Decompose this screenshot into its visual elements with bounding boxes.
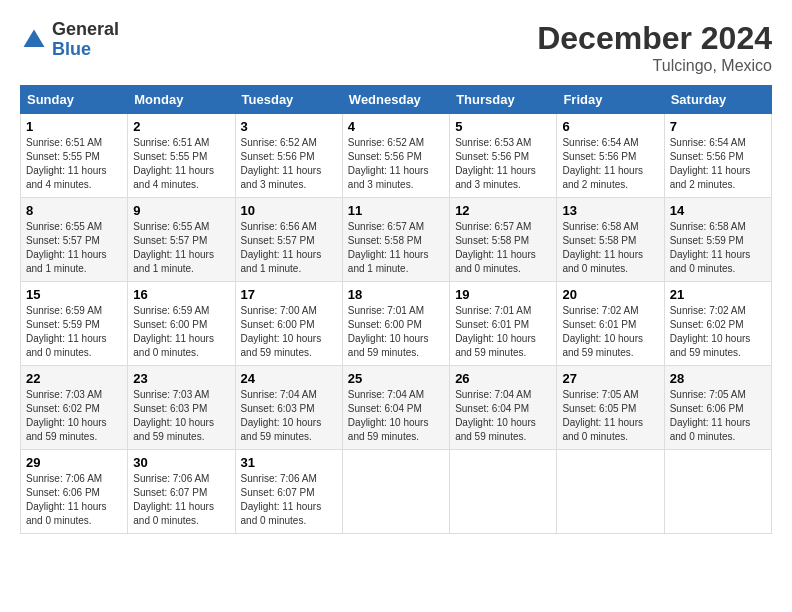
location-title: Tulcingo, Mexico (537, 57, 772, 75)
calendar-cell: 9Sunrise: 6:55 AMSunset: 5:57 PMDaylight… (128, 198, 235, 282)
calendar-cell (664, 450, 771, 534)
calendar-cell: 1Sunrise: 6:51 AMSunset: 5:55 PMDaylight… (21, 114, 128, 198)
day-info: Sunrise: 6:55 AMSunset: 5:57 PMDaylight:… (133, 220, 229, 276)
calendar-cell: 17Sunrise: 7:00 AMSunset: 6:00 PMDayligh… (235, 282, 342, 366)
day-number: 19 (455, 287, 551, 302)
day-info: Sunrise: 6:57 AMSunset: 5:58 PMDaylight:… (348, 220, 444, 276)
day-info: Sunrise: 7:01 AMSunset: 6:01 PMDaylight:… (455, 304, 551, 360)
day-info: Sunrise: 6:59 AMSunset: 5:59 PMDaylight:… (26, 304, 122, 360)
day-number: 15 (26, 287, 122, 302)
day-number: 26 (455, 371, 551, 386)
calendar-body: 1Sunrise: 6:51 AMSunset: 5:55 PMDaylight… (21, 114, 772, 534)
day-info: Sunrise: 7:04 AMSunset: 6:04 PMDaylight:… (348, 388, 444, 444)
calendar-cell: 21Sunrise: 7:02 AMSunset: 6:02 PMDayligh… (664, 282, 771, 366)
calendar-cell: 12Sunrise: 6:57 AMSunset: 5:58 PMDayligh… (450, 198, 557, 282)
day-info: Sunrise: 6:58 AMSunset: 5:58 PMDaylight:… (562, 220, 658, 276)
day-number: 17 (241, 287, 337, 302)
day-of-week-header: Wednesday (342, 86, 449, 114)
day-number: 8 (26, 203, 122, 218)
page-header: General Blue December 2024 Tulcingo, Mex… (20, 20, 772, 75)
day-number: 29 (26, 455, 122, 470)
calendar-cell: 8Sunrise: 6:55 AMSunset: 5:57 PMDaylight… (21, 198, 128, 282)
logo: General Blue (20, 20, 119, 60)
day-info: Sunrise: 7:01 AMSunset: 6:00 PMDaylight:… (348, 304, 444, 360)
day-number: 24 (241, 371, 337, 386)
day-info: Sunrise: 7:06 AMSunset: 6:06 PMDaylight:… (26, 472, 122, 528)
day-number: 27 (562, 371, 658, 386)
day-info: Sunrise: 7:03 AMSunset: 6:03 PMDaylight:… (133, 388, 229, 444)
day-number: 14 (670, 203, 766, 218)
calendar-cell: 10Sunrise: 6:56 AMSunset: 5:57 PMDayligh… (235, 198, 342, 282)
day-info: Sunrise: 6:52 AMSunset: 5:56 PMDaylight:… (348, 136, 444, 192)
day-number: 28 (670, 371, 766, 386)
day-info: Sunrise: 6:54 AMSunset: 5:56 PMDaylight:… (670, 136, 766, 192)
day-info: Sunrise: 6:56 AMSunset: 5:57 PMDaylight:… (241, 220, 337, 276)
day-info: Sunrise: 6:51 AMSunset: 5:55 PMDaylight:… (26, 136, 122, 192)
calendar-cell: 24Sunrise: 7:04 AMSunset: 6:03 PMDayligh… (235, 366, 342, 450)
calendar-cell: 20Sunrise: 7:02 AMSunset: 6:01 PMDayligh… (557, 282, 664, 366)
calendar-cell: 13Sunrise: 6:58 AMSunset: 5:58 PMDayligh… (557, 198, 664, 282)
calendar-table: SundayMondayTuesdayWednesdayThursdayFrid… (20, 85, 772, 534)
day-number: 4 (348, 119, 444, 134)
day-number: 7 (670, 119, 766, 134)
calendar-week-row: 8Sunrise: 6:55 AMSunset: 5:57 PMDaylight… (21, 198, 772, 282)
calendar-cell: 16Sunrise: 6:59 AMSunset: 6:00 PMDayligh… (128, 282, 235, 366)
day-number: 20 (562, 287, 658, 302)
day-info: Sunrise: 6:52 AMSunset: 5:56 PMDaylight:… (241, 136, 337, 192)
day-number: 22 (26, 371, 122, 386)
day-number: 12 (455, 203, 551, 218)
calendar-cell: 7Sunrise: 6:54 AMSunset: 5:56 PMDaylight… (664, 114, 771, 198)
day-info: Sunrise: 7:02 AMSunset: 6:02 PMDaylight:… (670, 304, 766, 360)
logo-blue: Blue (52, 40, 119, 60)
calendar-cell: 19Sunrise: 7:01 AMSunset: 6:01 PMDayligh… (450, 282, 557, 366)
day-number: 21 (670, 287, 766, 302)
day-number: 10 (241, 203, 337, 218)
day-number: 5 (455, 119, 551, 134)
day-of-week-header: Thursday (450, 86, 557, 114)
logo-general: General (52, 20, 119, 40)
day-of-week-header: Friday (557, 86, 664, 114)
calendar-week-row: 15Sunrise: 6:59 AMSunset: 5:59 PMDayligh… (21, 282, 772, 366)
svg-rect-1 (31, 38, 38, 46)
day-number: 6 (562, 119, 658, 134)
calendar-cell (557, 450, 664, 534)
day-info: Sunrise: 6:57 AMSunset: 5:58 PMDaylight:… (455, 220, 551, 276)
day-info: Sunrise: 7:05 AMSunset: 6:06 PMDaylight:… (670, 388, 766, 444)
day-info: Sunrise: 7:06 AMSunset: 6:07 PMDaylight:… (133, 472, 229, 528)
day-info: Sunrise: 7:02 AMSunset: 6:01 PMDaylight:… (562, 304, 658, 360)
day-info: Sunrise: 7:04 AMSunset: 6:04 PMDaylight:… (455, 388, 551, 444)
day-info: Sunrise: 7:04 AMSunset: 6:03 PMDaylight:… (241, 388, 337, 444)
calendar-cell: 28Sunrise: 7:05 AMSunset: 6:06 PMDayligh… (664, 366, 771, 450)
calendar-cell: 27Sunrise: 7:05 AMSunset: 6:05 PMDayligh… (557, 366, 664, 450)
calendar-cell: 22Sunrise: 7:03 AMSunset: 6:02 PMDayligh… (21, 366, 128, 450)
day-info: Sunrise: 6:51 AMSunset: 5:55 PMDaylight:… (133, 136, 229, 192)
day-of-week-header: Tuesday (235, 86, 342, 114)
day-info: Sunrise: 6:53 AMSunset: 5:56 PMDaylight:… (455, 136, 551, 192)
day-number: 18 (348, 287, 444, 302)
calendar-cell: 14Sunrise: 6:58 AMSunset: 5:59 PMDayligh… (664, 198, 771, 282)
calendar-cell: 3Sunrise: 6:52 AMSunset: 5:56 PMDaylight… (235, 114, 342, 198)
day-info: Sunrise: 6:58 AMSunset: 5:59 PMDaylight:… (670, 220, 766, 276)
day-number: 3 (241, 119, 337, 134)
day-info: Sunrise: 6:55 AMSunset: 5:57 PMDaylight:… (26, 220, 122, 276)
calendar-week-row: 22Sunrise: 7:03 AMSunset: 6:02 PMDayligh… (21, 366, 772, 450)
title-area: December 2024 Tulcingo, Mexico (537, 20, 772, 75)
day-number: 31 (241, 455, 337, 470)
calendar-cell (450, 450, 557, 534)
calendar-cell (342, 450, 449, 534)
calendar-cell: 11Sunrise: 6:57 AMSunset: 5:58 PMDayligh… (342, 198, 449, 282)
logo-icon (20, 26, 48, 54)
day-info: Sunrise: 7:00 AMSunset: 6:00 PMDaylight:… (241, 304, 337, 360)
day-number: 11 (348, 203, 444, 218)
day-number: 9 (133, 203, 229, 218)
day-of-week-header: Saturday (664, 86, 771, 114)
day-number: 2 (133, 119, 229, 134)
calendar-cell: 4Sunrise: 6:52 AMSunset: 5:56 PMDaylight… (342, 114, 449, 198)
calendar-cell: 23Sunrise: 7:03 AMSunset: 6:03 PMDayligh… (128, 366, 235, 450)
day-info: Sunrise: 7:03 AMSunset: 6:02 PMDaylight:… (26, 388, 122, 444)
calendar-cell: 25Sunrise: 7:04 AMSunset: 6:04 PMDayligh… (342, 366, 449, 450)
calendar-header-row: SundayMondayTuesdayWednesdayThursdayFrid… (21, 86, 772, 114)
day-number: 16 (133, 287, 229, 302)
day-number: 23 (133, 371, 229, 386)
day-of-week-header: Sunday (21, 86, 128, 114)
